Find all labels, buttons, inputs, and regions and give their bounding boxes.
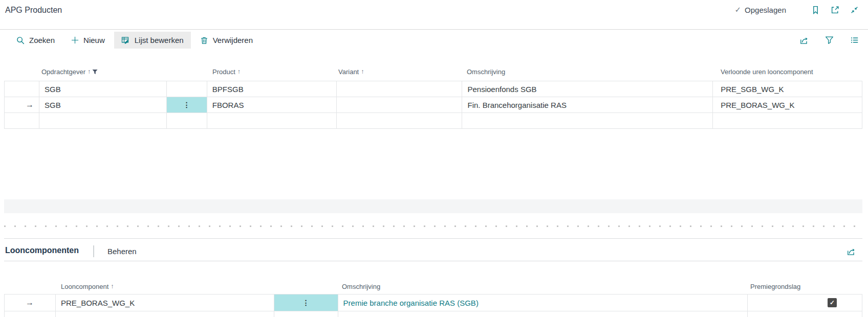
cell-looncomponent[interactable] [56,311,274,317]
cell-omschrijving[interactable]: Fin. Brancehorganisatie RAS [462,97,713,112]
edit-list-icon [121,36,130,44]
cell-verloonde-uren[interactable] [713,113,862,128]
page-title: APG Producten [5,6,62,15]
toolbar-right-cluster [798,30,860,51]
header-opdrachtgever[interactable]: Opdrachtgever ↑ [39,65,166,78]
cell-more-options[interactable] [167,113,207,128]
cell-text: FBORAS [212,101,244,109]
header-omschrijving[interactable]: Omschrijving [338,280,748,292]
show-as-list-icon[interactable] [849,35,860,46]
part-menu-beheren[interactable]: Beheren [107,247,137,256]
new-button[interactable]: Nieuw [64,32,112,49]
row-selector-arrow-icon: → [26,100,34,109]
header-selector [4,280,55,292]
cell-more-options[interactable] [167,81,207,97]
sort-ascending-icon: ↑ [111,283,114,290]
header-label: Looncomponent [61,283,108,290]
open-in-new-window-icon[interactable] [829,4,840,15]
cell-text: BPFSGB [212,85,244,94]
filter-icon[interactable] [823,35,835,46]
header-premiegrondslag[interactable]: Premiegrondslag [748,280,862,292]
new-label: Nieuw [83,36,105,44]
row-selector-cell[interactable]: → [5,97,39,112]
cell-omschrijving[interactable] [462,113,713,128]
cell-omschrijving[interactable]: Pensioenfonds SGB [462,81,713,97]
app-window: APG Producten ✓ Opgeslagen [0,0,868,317]
cell-variant[interactable] [337,113,463,128]
header-variant[interactable]: Variant ↑ [336,65,462,78]
cell-variant[interactable] [337,97,463,112]
header-product[interactable]: Product ↑ [207,65,336,78]
row-selector-cell[interactable]: → [5,295,56,311]
cell-opdrachtgever[interactable]: SGB [39,81,167,97]
column-filter-icon [92,69,98,75]
sort-ascending-icon: ↑ [237,68,241,75]
cell-premiegrondslag[interactable] [748,311,862,317]
delete-button[interactable]: Verwijderen [193,32,260,49]
table-row-empty [4,113,862,129]
plus-icon [71,36,79,44]
part-separator-dotted [4,225,862,227]
cell-product[interactable]: BPFSGB [207,81,337,97]
omschrijving-link[interactable]: Premie branche organisatie RAS (SGB) [343,299,479,307]
header-label: Premiegrondslag [750,283,800,290]
header-looncomponent[interactable]: Looncomponent ↑ [55,280,274,292]
cell-more-options-focused[interactable]: ⋮ [274,295,338,311]
header-omschrijving[interactable]: Omschrijving [462,65,713,78]
row-selector-cell[interactable] [5,81,39,97]
edit-list-button[interactable]: Lijst bewerken [114,32,191,49]
saved-check-icon: ✓ [735,5,742,14]
cell-more-options-focused[interactable]: ⋮ [167,97,207,112]
cell-product[interactable] [207,113,337,128]
cell-text: Pensioenfonds SGB [467,85,536,94]
header-label: Omschrijving [342,283,380,290]
title-right-cluster: ✓ Opgeslagen [735,4,860,15]
scrollbar-track[interactable] [4,199,862,213]
part-title-divider [93,245,94,257]
search-button[interactable]: Zoeken [9,32,62,49]
cell-verloonde-uren[interactable]: PRE_BORAS_WG_K [713,97,862,112]
header-spacer [166,65,207,78]
cell-text: PRE_BORAS_WG_K [721,101,794,109]
title-bar: APG Producten ✓ Opgeslagen [0,0,868,29]
cell-looncomponent[interactable]: PRE_BORAS_WG_K [56,295,274,311]
cell-text: PRE_SGB_WG_K [721,85,784,94]
cell-opdrachtgever[interactable]: SGB [39,97,167,112]
share-icon[interactable] [798,35,810,46]
header-selector [4,65,39,78]
products-grid: SGB BPFSGB Pensioenfonds SGB PRE_SGB_WG_… [4,81,862,129]
looncomponenten-header-row: Looncomponent ↑ Omschrijving Premiegrond… [4,280,862,292]
part-share-icon[interactable] [845,246,857,257]
edit-list-label: Lijst bewerken [135,36,184,44]
table-row-selected: → PRE_BORAS_WG_K ⋮ Premie branche organi… [4,295,862,311]
bookmark-icon[interactable] [810,4,821,15]
premiegrondslag-checkbox[interactable]: ✓ [828,298,837,307]
header-label: Opdrachtgever [41,68,85,76]
cell-product[interactable]: FBORAS [207,97,337,112]
row-selector-cell[interactable] [5,311,56,317]
cell-omschrijving[interactable] [338,311,748,317]
part-header-divider [4,261,862,261]
cell-opdrachtgever[interactable] [39,113,167,128]
header-verloonde-uren[interactable]: Verloonde uren looncomponent [713,65,862,78]
collapse-icon[interactable] [849,4,860,15]
cell-verloonde-uren[interactable]: PRE_SGB_WG_K [713,81,862,97]
table-row: SGB BPFSGB Pensioenfonds SGB PRE_SGB_WG_… [4,81,862,97]
cell-text: Fin. Brancehorganisatie RAS [467,101,566,109]
header-label: Variant [338,68,359,76]
sort-ascending-icon: ↑ [88,68,91,75]
action-toolbar: Zoeken Nieuw Lijst bewerken [9,30,260,51]
checkbox-check-icon: ✓ [830,300,835,306]
cell-premiegrondslag[interactable]: ✓ [748,295,862,311]
cell-more-options[interactable] [274,311,338,317]
cell-text: PRE_BORAS_WG_K [61,299,135,307]
cell-text: SGB [45,101,61,109]
cell-omschrijving[interactable]: Premie branche organisatie RAS (SGB) [338,295,748,311]
save-status: ✓ Opgeslagen [735,5,786,14]
cell-variant[interactable] [337,81,463,97]
header-spacer [274,280,338,292]
row-selector-cell[interactable] [5,113,39,128]
row-selector-arrow-icon: → [26,298,34,307]
vertical-ellipsis-icon: ⋮ [302,299,310,307]
table-row-selected: → SGB ⋮ FBORAS Fin. Brancehorganisatie R… [4,97,862,113]
